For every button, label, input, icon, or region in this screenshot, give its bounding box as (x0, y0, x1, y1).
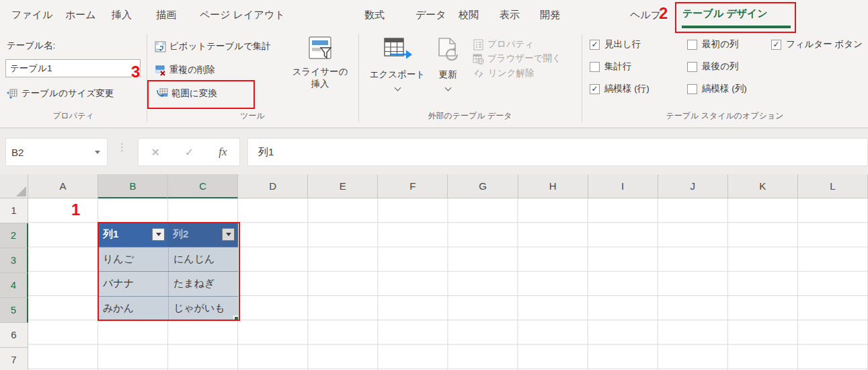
chevron-down-icon (394, 85, 401, 91)
checkbox-icon[interactable] (687, 84, 697, 94)
column-header[interactable]: H (518, 174, 588, 198)
table-properties-button[interactable]: プロパティ (473, 38, 534, 50)
row-header[interactable]: 1 (0, 198, 28, 223)
column-header[interactable]: G (448, 174, 518, 198)
ribbon: テーブル名: テーブルのサイズ変更 プロパティ ピボットテーブルで集計 (0, 30, 868, 128)
checkbox-icon[interactable] (687, 62, 697, 72)
group-label-tools: ツール (147, 110, 358, 122)
enter-icon[interactable]: ✓ (185, 146, 194, 159)
convert-to-range-button[interactable]: 範囲に変換 (156, 87, 217, 100)
column-header[interactable]: E (308, 174, 378, 198)
ribbon-tab[interactable]: ホーム (65, 9, 96, 22)
column-header[interactable]: C (168, 174, 238, 198)
column-header[interactable]: J (658, 174, 728, 198)
slicer-icon (307, 36, 333, 64)
ribbon-tab[interactable]: データ (416, 9, 446, 22)
select-all-button[interactable] (0, 174, 28, 198)
cancel-icon[interactable]: ✕ (151, 146, 159, 159)
column-header[interactable]: A (28, 174, 98, 198)
checkbox-icon[interactable] (590, 84, 600, 94)
ribbon-tab[interactable]: 描画 (156, 9, 176, 22)
open-in-browser-button[interactable]: ブラウザーで開く (473, 52, 561, 65)
group-divider (582, 34, 582, 122)
table-header-cell[interactable]: 列1 (98, 223, 168, 247)
remove-duplicates-icon (155, 65, 166, 76)
filter-dropdown-icon[interactable] (222, 228, 235, 241)
name-box[interactable]: B2 (5, 138, 108, 166)
filter-dropdown-icon[interactable] (152, 228, 165, 241)
column-header[interactable]: B (98, 174, 168, 198)
ribbon-tab[interactable]: 開発 (540, 9, 560, 22)
table-cell[interactable]: にんじん (168, 248, 238, 271)
column-header[interactable]: D (238, 174, 308, 198)
resize-table-icon (7, 88, 18, 100)
formula-bar: B2 ⋮ ✕ ✓ fx 列1 (0, 128, 868, 174)
checkbox-icon[interactable] (590, 40, 600, 50)
style-option-checkbox-row[interactable]: フィルター ボタン (771, 38, 863, 51)
ribbon-tab[interactable]: 表示 (500, 9, 520, 22)
table-header-cell[interactable]: 列2 (168, 223, 238, 247)
row-header[interactable]: 4 (0, 273, 28, 298)
table-name-input[interactable] (5, 59, 141, 77)
ribbon-tab[interactable]: 校閲 (459, 9, 479, 22)
resize-table-button[interactable]: テーブルのサイズ変更 (7, 87, 114, 100)
remove-duplicates-button[interactable]: 重複の削除 (155, 64, 215, 76)
table-cell[interactable]: バナナ (98, 272, 168, 295)
group-label-external-data: 外部のテーブル データ (358, 110, 582, 122)
group-label-properties: プロパティ (0, 110, 147, 122)
formula-input[interactable]: 列1 (247, 138, 868, 166)
ribbon-tab[interactable]: ファイル (11, 9, 52, 22)
insert-slicer-button[interactable]: スライサーの 挿入 (282, 36, 358, 90)
checkbox-icon[interactable] (771, 40, 781, 50)
tab-table-design[interactable]: テーブル デザイン (682, 7, 768, 20)
unlink-icon (473, 68, 485, 79)
table-cell[interactable]: たまねぎ (168, 272, 238, 295)
active-tab-underline (682, 26, 791, 28)
name-box-arrow-icon[interactable] (95, 151, 100, 154)
annotation-number-3: 3 (131, 63, 140, 81)
row-header[interactable]: 6 (0, 323, 28, 348)
summarize-with-pivot-button[interactable]: ピボットテーブルで集計 (155, 40, 271, 52)
insert-function-icon[interactable]: fx (219, 145, 227, 159)
formula-buttons: ✕ ✓ fx (138, 138, 240, 166)
pivot-table-icon (155, 41, 166, 52)
column-header[interactable]: F (378, 174, 448, 198)
row-header[interactable]: 7 (0, 348, 28, 370)
ribbon-tab[interactable]: ページ レイアウト (200, 9, 285, 22)
table-cell[interactable]: りんご (98, 248, 168, 271)
excel-table[interactable]: 列1 列2 りんご にんじん バナナ たまねぎ みかん じゃがいも (98, 223, 238, 320)
ribbon-tab[interactable]: ヘルプ (630, 9, 661, 22)
row-header[interactable]: 5 (0, 298, 28, 323)
formula-value: 列1 (258, 146, 274, 159)
ribbon-tab[interactable]: 挿入 (112, 9, 132, 22)
refresh-icon (434, 36, 462, 65)
ribbon-tab[interactable]: 数式 (364, 9, 385, 22)
group-divider (147, 34, 147, 122)
formula-bar-drag-handle[interactable]: ⋮ (117, 145, 127, 149)
name-box-value: B2 (6, 147, 95, 158)
column-header[interactable]: K (728, 174, 798, 198)
unlink-button[interactable]: リンク解除 (473, 67, 534, 79)
select-all-icon (16, 186, 26, 196)
checkbox-icon[interactable] (590, 62, 600, 72)
style-option-checkbox-row[interactable]: 最後の列 (687, 60, 747, 73)
refresh-button[interactable]: 更新 (428, 36, 468, 90)
style-option-checkbox-row[interactable]: 見出し行 (590, 38, 649, 51)
row-header[interactable]: 2 (0, 223, 28, 248)
table-cell[interactable]: みかん (98, 297, 168, 320)
table-cell[interactable]: じゃがいも (168, 297, 238, 320)
row-header[interactable]: 3 (0, 248, 28, 273)
style-option-checkbox-row[interactable]: 縞模様 (行) (590, 82, 649, 96)
table-row: バナナ たまねぎ (98, 271, 238, 295)
properties-icon (473, 39, 484, 50)
style-option-checkbox-row[interactable]: 最初の列 (687, 38, 747, 51)
chevron-down-icon (444, 85, 451, 91)
column-header[interactable]: L (798, 174, 868, 198)
table-name-label: テーブル名: (7, 40, 55, 52)
style-option-checkbox-row[interactable]: 集計行 (590, 60, 649, 73)
export-button[interactable]: エクスポート (367, 36, 428, 90)
table-resize-handle[interactable] (233, 316, 238, 320)
checkbox-icon[interactable] (687, 40, 697, 50)
style-option-checkbox-row[interactable]: 縞模様 (列) (687, 82, 747, 96)
column-header[interactable]: I (588, 174, 658, 198)
